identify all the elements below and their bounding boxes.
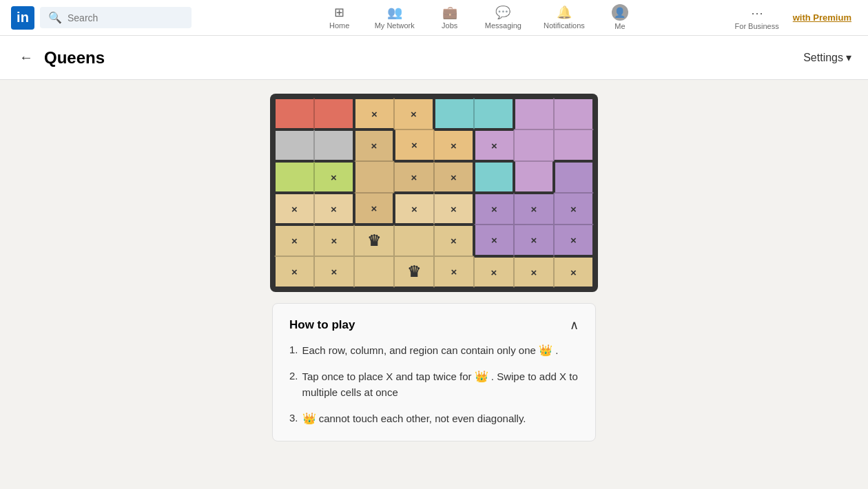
- nav-home-label: Home: [329, 21, 349, 30]
- cell[interactable]: ×: [314, 225, 354, 256]
- notifications-icon: 🔔: [557, 5, 572, 20]
- cell[interactable]: ×: [474, 256, 514, 288]
- cell[interactable]: [554, 129, 594, 161]
- nav-messaging-label: Messaging: [485, 21, 521, 30]
- search-icon: 🔍: [48, 11, 62, 24]
- x-mark: ×: [451, 266, 457, 278]
- settings-label: Settings: [803, 52, 843, 64]
- linkedin-logo[interactable]: in: [11, 6, 34, 30]
- cell[interactable]: [394, 225, 434, 256]
- back-button[interactable]: ←: [17, 47, 36, 68]
- cell[interactable]: ♛: [354, 225, 394, 256]
- x-mark: ×: [371, 108, 378, 120]
- nav-messaging[interactable]: 💬 Messaging: [474, 0, 533, 36]
- nav-me[interactable]: 👤 Me: [596, 0, 644, 36]
- cell[interactable]: ×: [434, 193, 474, 225]
- cell[interactable]: ×: [314, 256, 354, 288]
- x-mark: ×: [411, 139, 417, 151]
- cell[interactable]: [554, 161, 594, 193]
- x-mark: ×: [570, 203, 577, 215]
- page-title: Queens: [44, 48, 105, 67]
- nav-notifications[interactable]: 🔔 Notifications: [533, 0, 596, 36]
- cell[interactable]: ×: [474, 193, 514, 225]
- cell[interactable]: ×: [514, 225, 554, 256]
- how-to-play-list: 1. Each row, column, and region can cont…: [289, 342, 579, 427]
- main-content: ×××××××××××××××××××♛××××××♛×××× How to p…: [0, 80, 868, 489]
- cell[interactable]: [514, 129, 554, 161]
- cell[interactable]: ×: [394, 98, 434, 129]
- x-mark: ×: [291, 266, 298, 278]
- avatar: 👤: [612, 4, 628, 21]
- for-business-label: For Business: [735, 22, 779, 30]
- search-bar[interactable]: 🔍: [40, 7, 192, 28]
- cell[interactable]: ×: [514, 256, 554, 288]
- cell[interactable]: [314, 98, 354, 129]
- premium-button[interactable]: with Premium: [787, 12, 857, 23]
- cell[interactable]: ×: [554, 256, 594, 288]
- cell[interactable]: ♛: [394, 256, 434, 288]
- cell[interactable]: ×: [474, 225, 514, 256]
- cell[interactable]: [474, 161, 514, 193]
- cell[interactable]: ×: [394, 193, 434, 225]
- grid-wrapper: ×××××××××××××××××××♛××××××♛××××: [270, 94, 598, 292]
- cell[interactable]: ×: [434, 161, 474, 193]
- x-mark: ×: [371, 202, 378, 214]
- cell[interactable]: ×: [354, 193, 394, 225]
- cell[interactable]: ×: [314, 193, 354, 225]
- x-mark: ×: [570, 267, 577, 278]
- cell[interactable]: [314, 129, 354, 161]
- how-to-play-panel: How to play ∧ 1. Each row, column, and r…: [272, 303, 596, 441]
- x-mark: ×: [411, 203, 417, 215]
- nav-my-network[interactable]: 👥 My Network: [364, 0, 426, 36]
- x-mark: ×: [371, 140, 378, 152]
- home-icon: ⊞: [334, 5, 344, 20]
- cell[interactable]: [514, 98, 554, 129]
- cell[interactable]: [474, 98, 514, 129]
- cell[interactable]: ×: [554, 225, 594, 256]
- nav-jobs-label: Jobs: [442, 21, 457, 30]
- cell[interactable]: [274, 129, 314, 161]
- crown-inline-3: 👑: [302, 413, 316, 424]
- x-mark: ×: [451, 235, 457, 247]
- cell[interactable]: ×: [554, 193, 594, 225]
- nav-home[interactable]: ⊞ Home: [316, 0, 364, 36]
- x-mark: ×: [331, 203, 337, 215]
- x-mark: ×: [291, 235, 298, 247]
- for-business-btn[interactable]: ⋯ For Business: [730, 0, 785, 36]
- cell[interactable]: ×: [434, 256, 474, 288]
- x-mark: ×: [491, 140, 497, 152]
- cell[interactable]: [434, 98, 474, 129]
- x-mark: ×: [491, 203, 497, 215]
- cell[interactable]: ×: [434, 129, 474, 161]
- cell[interactable]: [354, 161, 394, 193]
- cell[interactable]: [274, 98, 314, 129]
- cell[interactable]: [354, 256, 394, 288]
- cell[interactable]: ×: [474, 129, 514, 161]
- grid-icon: ⋯: [751, 6, 763, 21]
- cell[interactable]: [514, 161, 554, 193]
- top-navigation: in 🔍 ⊞ Home 👥 My Network 💼 Jobs 💬 Messag…: [0, 0, 868, 36]
- cell[interactable]: ×: [394, 161, 434, 193]
- cell[interactable]: ×: [274, 256, 314, 288]
- nav-jobs[interactable]: 💼 Jobs: [426, 0, 474, 36]
- cell[interactable]: ×: [434, 225, 474, 256]
- x-mark: ×: [451, 203, 457, 215]
- cell[interactable]: ×: [354, 129, 394, 161]
- nav-right: ⋯ For Business with Premium: [730, 0, 857, 36]
- cell[interactable]: ×: [314, 161, 354, 193]
- chevron-down-icon: ▾: [846, 51, 851, 64]
- nav-notifications-label: Notifications: [544, 21, 585, 30]
- rule-number-3: 3.: [289, 410, 298, 427]
- cell[interactable]: ×: [394, 129, 434, 161]
- game-grid[interactable]: ×××××××××××××××××××♛××××××♛××××: [273, 96, 595, 289]
- cell[interactable]: ×: [354, 98, 394, 129]
- cell[interactable]: [274, 161, 314, 193]
- cell[interactable]: [554, 98, 594, 129]
- collapse-button[interactable]: ∧: [570, 318, 579, 333]
- search-input[interactable]: [68, 12, 178, 23]
- rule-number-1: 1.: [289, 342, 298, 359]
- settings-button[interactable]: Settings ▾: [803, 51, 851, 64]
- cell[interactable]: ×: [274, 225, 314, 256]
- cell[interactable]: ×: [514, 193, 554, 225]
- cell[interactable]: ×: [274, 193, 314, 225]
